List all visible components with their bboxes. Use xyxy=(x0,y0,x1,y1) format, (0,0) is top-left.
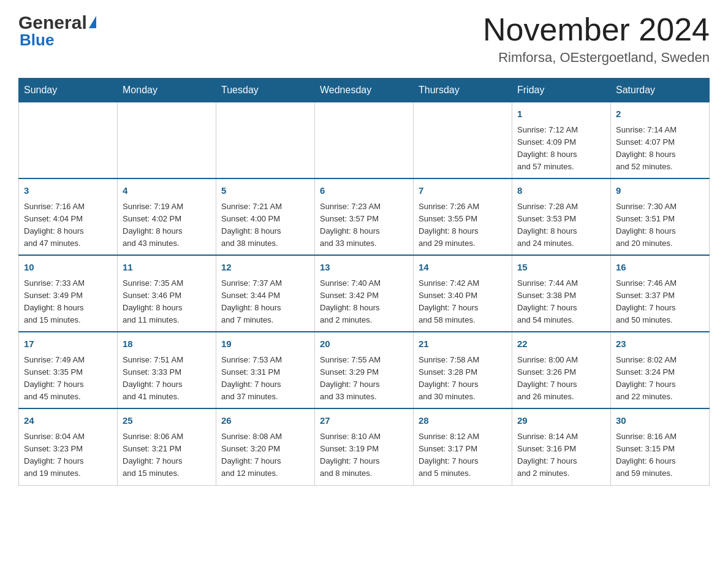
day-number: 12 xyxy=(221,261,309,275)
day-info: Sunrise: 8:16 AM Sunset: 3:15 PM Dayligh… xyxy=(616,431,704,480)
day-number: 21 xyxy=(419,337,507,351)
day-number: 16 xyxy=(616,261,704,275)
day-info: Sunrise: 7:37 AM Sunset: 3:44 PM Dayligh… xyxy=(221,277,309,327)
day-info: Sunrise: 8:06 AM Sunset: 3:21 PM Dayligh… xyxy=(123,431,211,480)
day-info: Sunrise: 7:19 AM Sunset: 4:02 PM Dayligh… xyxy=(123,201,211,250)
page-header: General Blue November 2024 Rimforsa, OEs… xyxy=(18,12,710,66)
day-info: Sunrise: 8:10 AM Sunset: 3:19 PM Dayligh… xyxy=(320,431,408,480)
day-number: 2 xyxy=(616,107,704,121)
weekday-header-tuesday: Tuesday xyxy=(216,79,315,102)
logo-triangle-icon xyxy=(89,16,96,28)
day-info: Sunrise: 7:21 AM Sunset: 4:00 PM Dayligh… xyxy=(221,201,309,250)
day-number: 25 xyxy=(123,414,211,428)
day-number: 9 xyxy=(616,184,704,198)
day-number: 17 xyxy=(24,337,112,351)
calendar-table: SundayMondayTuesdayWednesdayThursdayFrid… xyxy=(18,78,710,485)
weekday-header-thursday: Thursday xyxy=(414,79,512,102)
calendar-cell: 22Sunrise: 8:00 AM Sunset: 3:26 PM Dayli… xyxy=(512,332,611,408)
day-number: 13 xyxy=(320,261,408,275)
location-text: Rimforsa, OEstergoetland, Sweden xyxy=(483,50,710,66)
day-info: Sunrise: 7:55 AM Sunset: 3:29 PM Dayligh… xyxy=(320,354,408,404)
day-number: 20 xyxy=(320,337,408,351)
calendar-cell xyxy=(414,102,512,179)
day-number: 14 xyxy=(419,261,507,275)
day-number: 19 xyxy=(221,337,309,351)
day-info: Sunrise: 8:12 AM Sunset: 3:17 PM Dayligh… xyxy=(419,431,507,480)
calendar-cell: 19Sunrise: 7:53 AM Sunset: 3:31 PM Dayli… xyxy=(216,332,315,408)
calendar-cell: 18Sunrise: 7:51 AM Sunset: 3:33 PM Dayli… xyxy=(118,332,216,408)
calendar-cell: 5Sunrise: 7:21 AM Sunset: 4:00 PM Daylig… xyxy=(216,178,315,255)
calendar-cell: 27Sunrise: 8:10 AM Sunset: 3:19 PM Dayli… xyxy=(315,408,414,485)
calendar-cell: 25Sunrise: 8:06 AM Sunset: 3:21 PM Dayli… xyxy=(118,408,216,485)
day-number: 7 xyxy=(419,184,507,198)
calendar-week-row: 10Sunrise: 7:33 AM Sunset: 3:49 PM Dayli… xyxy=(19,255,710,332)
calendar-week-row: 24Sunrise: 8:04 AM Sunset: 3:23 PM Dayli… xyxy=(19,408,710,485)
day-info: Sunrise: 7:40 AM Sunset: 3:42 PM Dayligh… xyxy=(320,277,408,327)
calendar-cell: 28Sunrise: 8:12 AM Sunset: 3:17 PM Dayli… xyxy=(414,408,512,485)
day-info: Sunrise: 7:28 AM Sunset: 3:53 PM Dayligh… xyxy=(517,201,605,250)
calendar-cell: 3Sunrise: 7:16 AM Sunset: 4:04 PM Daylig… xyxy=(19,178,118,255)
day-info: Sunrise: 7:14 AM Sunset: 4:07 PM Dayligh… xyxy=(616,124,704,174)
day-info: Sunrise: 7:46 AM Sunset: 3:37 PM Dayligh… xyxy=(616,277,704,327)
day-info: Sunrise: 7:51 AM Sunset: 3:33 PM Dayligh… xyxy=(123,354,211,404)
day-number: 18 xyxy=(123,337,211,351)
calendar-cell: 15Sunrise: 7:44 AM Sunset: 3:38 PM Dayli… xyxy=(512,255,611,332)
calendar-cell: 2Sunrise: 7:14 AM Sunset: 4:07 PM Daylig… xyxy=(611,102,710,179)
calendar-cell: 23Sunrise: 8:02 AM Sunset: 3:24 PM Dayli… xyxy=(611,332,710,408)
day-info: Sunrise: 7:33 AM Sunset: 3:49 PM Dayligh… xyxy=(24,277,112,327)
calendar-cell: 14Sunrise: 7:42 AM Sunset: 3:40 PM Dayli… xyxy=(414,255,512,332)
day-info: Sunrise: 7:12 AM Sunset: 4:09 PM Dayligh… xyxy=(517,124,605,174)
day-info: Sunrise: 7:42 AM Sunset: 3:40 PM Dayligh… xyxy=(419,277,507,327)
day-info: Sunrise: 7:53 AM Sunset: 3:31 PM Dayligh… xyxy=(221,354,309,404)
calendar-cell: 9Sunrise: 7:30 AM Sunset: 3:51 PM Daylig… xyxy=(611,178,710,255)
day-info: Sunrise: 7:23 AM Sunset: 3:57 PM Dayligh… xyxy=(320,201,408,250)
calendar-cell: 17Sunrise: 7:49 AM Sunset: 3:35 PM Dayli… xyxy=(19,332,118,408)
day-info: Sunrise: 8:14 AM Sunset: 3:16 PM Dayligh… xyxy=(517,431,605,480)
calendar-cell xyxy=(19,102,118,179)
calendar-cell xyxy=(315,102,414,179)
calendar-week-row: 3Sunrise: 7:16 AM Sunset: 4:04 PM Daylig… xyxy=(19,178,710,255)
day-info: Sunrise: 7:49 AM Sunset: 3:35 PM Dayligh… xyxy=(24,354,112,404)
day-info: Sunrise: 8:00 AM Sunset: 3:26 PM Dayligh… xyxy=(517,354,605,404)
day-number: 28 xyxy=(419,414,507,428)
day-info: Sunrise: 8:04 AM Sunset: 3:23 PM Dayligh… xyxy=(24,431,112,480)
day-number: 10 xyxy=(24,261,112,275)
day-number: 24 xyxy=(24,414,112,428)
day-number: 15 xyxy=(517,261,605,275)
calendar-week-row: 1Sunrise: 7:12 AM Sunset: 4:09 PM Daylig… xyxy=(19,102,710,179)
day-info: Sunrise: 7:44 AM Sunset: 3:38 PM Dayligh… xyxy=(517,277,605,327)
calendar-cell: 8Sunrise: 7:28 AM Sunset: 3:53 PM Daylig… xyxy=(512,178,611,255)
day-info: Sunrise: 7:26 AM Sunset: 3:55 PM Dayligh… xyxy=(419,201,507,250)
calendar-cell: 12Sunrise: 7:37 AM Sunset: 3:44 PM Dayli… xyxy=(216,255,315,332)
day-info: Sunrise: 7:16 AM Sunset: 4:04 PM Dayligh… xyxy=(24,201,112,250)
month-title: November 2024 xyxy=(483,12,710,47)
calendar-cell: 29Sunrise: 8:14 AM Sunset: 3:16 PM Dayli… xyxy=(512,408,611,485)
day-info: Sunrise: 7:35 AM Sunset: 3:46 PM Dayligh… xyxy=(123,277,211,327)
day-number: 27 xyxy=(320,414,408,428)
weekday-header-friday: Friday xyxy=(512,79,611,102)
day-number: 4 xyxy=(123,184,211,198)
day-number: 8 xyxy=(517,184,605,198)
weekday-header-monday: Monday xyxy=(118,79,216,102)
day-number: 26 xyxy=(221,414,309,428)
weekday-header-row: SundayMondayTuesdayWednesdayThursdayFrid… xyxy=(19,79,710,102)
calendar-cell: 11Sunrise: 7:35 AM Sunset: 3:46 PM Dayli… xyxy=(118,255,216,332)
calendar-cell xyxy=(216,102,315,179)
day-info: Sunrise: 8:02 AM Sunset: 3:24 PM Dayligh… xyxy=(616,354,704,404)
logo-general-text: General xyxy=(18,12,87,33)
calendar-cell: 16Sunrise: 7:46 AM Sunset: 3:37 PM Dayli… xyxy=(611,255,710,332)
calendar-cell: 6Sunrise: 7:23 AM Sunset: 3:57 PM Daylig… xyxy=(315,178,414,255)
calendar-cell: 30Sunrise: 8:16 AM Sunset: 3:15 PM Dayli… xyxy=(611,408,710,485)
day-number: 23 xyxy=(616,337,704,351)
calendar-cell: 24Sunrise: 8:04 AM Sunset: 3:23 PM Dayli… xyxy=(19,408,118,485)
calendar-cell: 10Sunrise: 7:33 AM Sunset: 3:49 PM Dayli… xyxy=(19,255,118,332)
calendar-cell: 4Sunrise: 7:19 AM Sunset: 4:02 PM Daylig… xyxy=(118,178,216,255)
day-number: 29 xyxy=(517,414,605,428)
day-info: Sunrise: 7:58 AM Sunset: 3:28 PM Dayligh… xyxy=(419,354,507,404)
weekday-header-sunday: Sunday xyxy=(19,79,118,102)
day-number: 3 xyxy=(24,184,112,198)
day-number: 1 xyxy=(517,107,605,121)
calendar-cell: 13Sunrise: 7:40 AM Sunset: 3:42 PM Dayli… xyxy=(315,255,414,332)
day-number: 11 xyxy=(123,261,211,275)
day-number: 5 xyxy=(221,184,309,198)
